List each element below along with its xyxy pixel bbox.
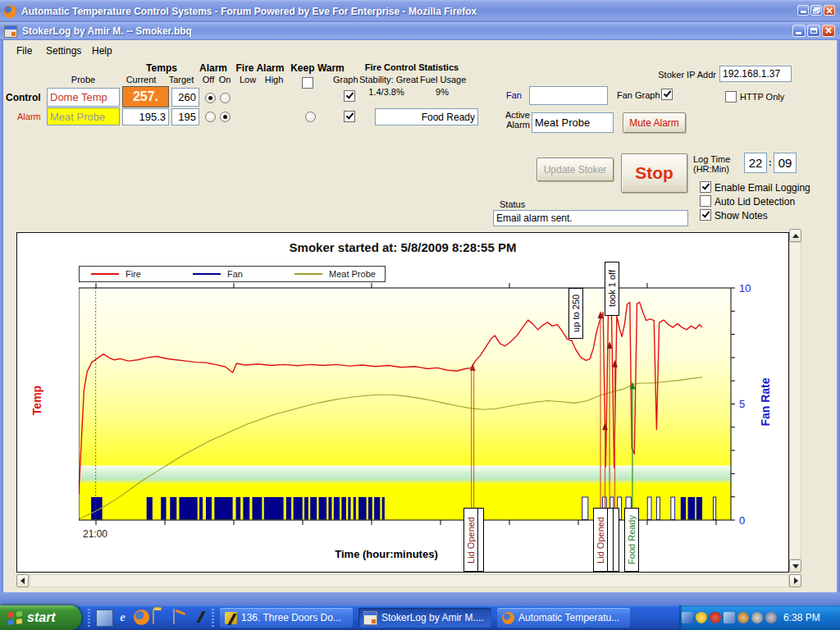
x-tick-2100: 21:00	[83, 528, 107, 540]
enable-email-logging-label: Enable Email Logging	[714, 182, 810, 194]
window-border-left	[0, 40, 3, 605]
scroll-down-button[interactable]	[789, 559, 801, 573]
firefox-restore-button[interactable]	[810, 5, 822, 16]
desktop: Automatic Temperature Control Systems - …	[0, 0, 840, 630]
target-header: Target	[162, 75, 200, 84]
alarm-target-temp-input[interactable]	[171, 108, 199, 126]
mute-alarm-button[interactable]: Mute Alarm	[623, 112, 686, 133]
up-arrow-icon	[792, 234, 799, 238]
alarm-graph-checkbox[interactable]	[344, 111, 355, 122]
temperature-fan-plot	[79, 282, 735, 528]
scroll-right-button[interactable]	[789, 574, 801, 587]
alarm-on-header: On	[216, 75, 234, 84]
menu-help[interactable]: Help	[89, 44, 116, 57]
temp-axis-label: Temp	[30, 376, 43, 425]
auto-lid-detection-checkbox[interactable]	[700, 195, 711, 207]
updates-icon[interactable]	[765, 612, 777, 623]
enable-email-logging-checkbox[interactable]	[700, 181, 711, 193]
windows-flag-icon	[8, 611, 22, 625]
firefox-close-button[interactable]	[824, 5, 835, 16]
firefox-icon	[3, 5, 16, 18]
keep-warm-checkbox[interactable]	[302, 77, 313, 89]
taskbar-separator	[88, 609, 90, 627]
chart-horizontal-scrollbar[interactable]	[30, 574, 789, 587]
show-notes-checkbox[interactable]	[700, 209, 711, 221]
menu-settings[interactable]: Settings	[43, 44, 84, 57]
fan-graph-label: Fan Graph	[617, 90, 660, 100]
log-time-hours-input[interactable]	[744, 153, 767, 173]
chart-title: Smoker started at: 5/8/2009 8:28:55 PM	[17, 240, 788, 254]
alarm-alarm-off-radio[interactable]	[205, 112, 216, 122]
control-alarm-off-radio[interactable]	[205, 93, 216, 103]
stokerlog-minimize-button[interactable]	[792, 25, 806, 37]
fan-graph-checkbox[interactable]	[661, 89, 673, 100]
stokerlog-maximize-button[interactable]	[807, 25, 820, 37]
active-alarm-label: Active Alarm	[499, 110, 530, 130]
control-graph-checkbox[interactable]	[344, 90, 355, 102]
task-button-label: StokerLog by Amir M....	[381, 612, 484, 623]
stability-value: 1.4/3.8%	[359, 87, 413, 97]
network-icon[interactable]	[724, 612, 735, 623]
temps-header: Temps	[125, 62, 199, 74]
auto-lid-detection-label: Auto Lid Detection	[714, 196, 795, 208]
messenger-icon[interactable]	[751, 612, 763, 623]
fan-tick-10: 10	[739, 282, 759, 294]
start-button[interactable]: start	[0, 605, 81, 630]
http-only-checkbox[interactable]	[725, 91, 737, 103]
chart-vertical-scrollbar[interactable]	[789, 242, 801, 559]
taskbar-clock: 6:38 PM	[783, 612, 820, 623]
security-alert-shield-icon[interactable]	[696, 612, 707, 623]
document-icon[interactable]	[173, 609, 175, 624]
task-button-firefox[interactable]: Automatic Temperatu...	[497, 608, 630, 628]
food-ready-field[interactable]	[375, 108, 478, 126]
keep-warm-header: Keep Warm	[289, 62, 346, 74]
fire-line-swatch	[91, 273, 119, 275]
show-desktop-icon[interactable]	[96, 609, 113, 627]
antivirus-shield-icon[interactable]	[710, 612, 721, 623]
alarm-keep-warm-radio[interactable]	[305, 112, 316, 122]
scroll-up-button[interactable]	[789, 229, 801, 242]
control-alarm-on-radio[interactable]	[220, 93, 231, 103]
stokerlog-titlebar[interactable]: StokerLog by Amir M. -- Smoker.bbq	[0, 22, 840, 40]
control-target-temp-input[interactable]	[171, 88, 199, 107]
fuel-usage-label: Fuel Usage	[420, 75, 464, 84]
fan-tick-5: 5	[739, 398, 759, 410]
stoker-monitor-tray-icon[interactable]	[682, 612, 693, 623]
firefox-titlebar[interactable]: Automatic Temperature Control Systems - …	[0, 0, 840, 22]
task-button-stokerlog[interactable]: StokerLog by Amir M....	[358, 608, 491, 628]
right-arrow-icon	[794, 578, 798, 584]
fan-line-swatch	[193, 273, 221, 275]
update-stoker-button[interactable]: Update Stoker	[536, 158, 614, 181]
control-row-label: Control	[6, 92, 41, 103]
stokerlog-app-icon	[4, 25, 17, 38]
log-time-minutes-input[interactable]	[774, 153, 797, 173]
firefox-quicklaunch-icon[interactable]	[134, 609, 149, 625]
fire-alarm-header: Fire Alarm	[233, 62, 287, 74]
down-arrow-icon	[792, 564, 799, 568]
fan-input[interactable]	[529, 86, 608, 105]
menu-file[interactable]: File	[13, 44, 35, 57]
alarm-probe-input[interactable]	[47, 107, 120, 126]
internet-explorer-icon[interactable]	[115, 609, 130, 625]
window-border-bottom	[0, 592, 840, 605]
stokerlog-window-title: StokerLog by Amir M. -- Smoker.bbq	[22, 25, 192, 37]
volume-icon[interactable]	[737, 612, 749, 623]
legend-item-fan: Fan	[181, 269, 283, 279]
scroll-left-button[interactable]	[16, 574, 29, 587]
chart-legend: Fire Fan Meat Probe	[79, 266, 386, 282]
status-label: Status	[500, 199, 525, 209]
stokerlog-close-button[interactable]	[822, 25, 835, 37]
task-button-label: 136. Three Doors Do...	[241, 612, 341, 623]
stop-button[interactable]: Stop	[621, 153, 687, 193]
legend-item-meat-probe: Meat Probe	[283, 269, 385, 279]
control-probe-input[interactable]	[47, 88, 120, 107]
chart-note-took-1-off: took 1 off	[605, 262, 619, 316]
time-axis-label: Time (hour:minutes)	[17, 548, 756, 560]
menu-bar: File Settings Help	[3, 40, 837, 59]
alarm-alarm-on-radio[interactable]	[220, 112, 231, 122]
firefox-minimize-button[interactable]	[797, 5, 809, 16]
task-button-winamp[interactable]: 136. Three Doors Do...	[220, 608, 353, 628]
stoker-ip-input[interactable]	[719, 66, 792, 82]
folder-icon[interactable]	[153, 609, 154, 624]
stability-label: Stability: Great	[359, 75, 413, 84]
